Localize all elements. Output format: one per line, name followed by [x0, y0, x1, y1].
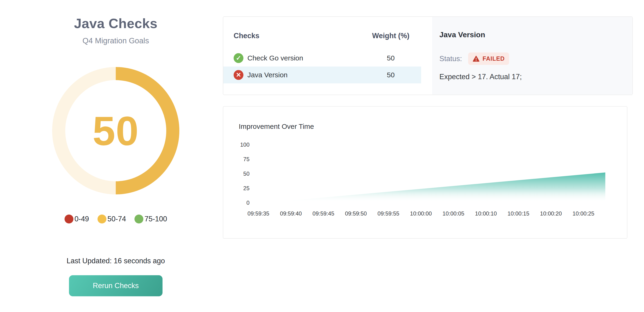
check-failure-message: Expected > 17. Actual 17;: [440, 73, 522, 81]
check-name: Java Version: [248, 71, 368, 79]
check-details-panel: Java Version Status: FAILED Expected > 1…: [432, 17, 632, 95]
legend-item-mid: 50-74: [98, 215, 126, 223]
failed-check-icon: ✕: [234, 70, 244, 80]
legend-label: 0-49: [74, 215, 89, 223]
check-weight: 50: [368, 54, 413, 62]
improvement-area-chart: [223, 107, 627, 238]
legend-dot-yellow-icon: [98, 215, 106, 223]
passed-check-icon: ✓: [234, 53, 244, 63]
failed-badge-text: FAILED: [483, 55, 505, 62]
rerun-checks-button[interactable]: Rerun Checks: [69, 275, 162, 296]
score-gauge-hole: 50: [65, 80, 166, 181]
checks-card: Checks Weight (%) ✓ Check Go version 50 …: [223, 16, 633, 95]
failed-status-badge: FAILED: [468, 53, 509, 65]
dashboard-root: Java Checks Q4 Migration Goals 50 0-49 5…: [0, 0, 644, 312]
legend-label: 50-74: [108, 215, 126, 223]
legend-dot-green-icon: [134, 215, 143, 223]
legend-label: 75-100: [144, 215, 167, 223]
check-name: Check Go version: [248, 54, 368, 62]
status-row: Status: FAILED: [440, 53, 509, 65]
legend-item-low: 0-49: [64, 215, 89, 223]
warning-triangle-icon: [472, 56, 480, 62]
improvement-area-series: [271, 172, 605, 202]
checks-table: Checks Weight (%) ✓ Check Go version 50 …: [223, 17, 432, 95]
legend-dot-red-icon: [64, 215, 74, 223]
improvement-chart-card: Improvement Over Time 1007550250 09:59:3…: [223, 106, 628, 239]
checks-column-header: Checks: [234, 32, 368, 40]
table-row-java-version[interactable]: ✕ Java Version 50: [223, 67, 421, 83]
weight-column-header: Weight (%): [368, 32, 413, 40]
last-updated-text: Last Updated: 16 seconds ago: [22, 257, 209, 265]
status-label: Status:: [440, 55, 462, 63]
summary-panel: Java Checks Q4 Migration Goals 50 0-49 5…: [0, 0, 232, 312]
score-value: 50: [92, 107, 139, 154]
page-title: Java Checks: [22, 16, 209, 31]
score-legend: 0-49 50-74 75-100: [22, 215, 209, 223]
table-row-check-go-version[interactable]: ✓ Check Go version 50: [223, 50, 421, 67]
check-weight: 50: [368, 71, 413, 79]
page-subtitle: Q4 Migration Goals: [22, 36, 209, 45]
score-gauge-donut: 50: [52, 67, 179, 194]
checks-table-header: Checks Weight (%): [223, 32, 421, 40]
legend-item-high: 75-100: [134, 215, 167, 223]
check-details-title: Java Version: [440, 31, 485, 39]
